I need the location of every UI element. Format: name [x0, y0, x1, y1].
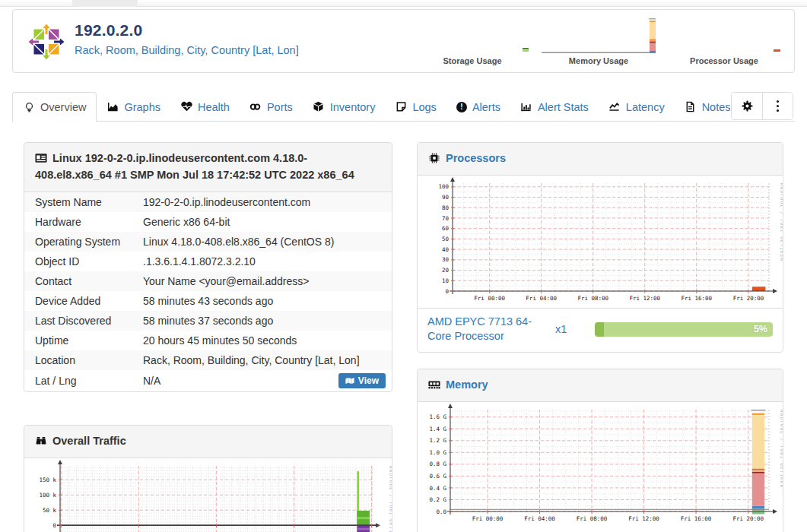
tab-inventory[interactable]: Inventory	[303, 92, 386, 122]
info-value: 192-0-2-0.ip.linodeusercontent.com	[143, 196, 392, 208]
device-settings-group	[731, 92, 793, 120]
svg-text:Fri 12:00: Fri 12:00	[629, 295, 660, 302]
file-icon	[685, 101, 697, 113]
svg-text:20: 20	[442, 267, 450, 274]
svg-text:90: 90	[442, 194, 450, 201]
info-row-hardware: HardwareGeneric x86 64-bit	[24, 212, 392, 232]
cpu-usage-percent: 5%	[754, 322, 767, 337]
tab-label: Graphs	[124, 101, 160, 113]
processors-graph[interactable]: 0102030405060708090100Fri 00:00Fri 04:00…	[418, 177, 783, 306]
processor-usage-minigraph[interactable]	[667, 18, 781, 55]
tab-latency[interactable]: Latency	[599, 92, 675, 122]
system-info-panel: Linux 192-0-2-0.ip.linodeusercontent.com…	[24, 142, 392, 392]
tab-label: Alert Stats	[538, 101, 589, 113]
line-chart-icon	[608, 101, 621, 113]
cpu-usage-bar: 5%	[595, 322, 773, 337]
device-more-menu-button[interactable]	[762, 93, 793, 119]
device-hostname[interactable]: 192.0.2.0	[75, 21, 142, 40]
lightbulb-icon	[23, 101, 35, 113]
info-row-location: LocationRack, Room, Building, City, Coun…	[24, 350, 392, 370]
tab-overview[interactable]: Overview	[12, 92, 97, 122]
binoculars-icon	[35, 435, 47, 446]
cube-icon	[313, 101, 325, 113]
view-location-button[interactable]: View	[338, 373, 386, 388]
svg-text:1.2 G: 1.2 G	[429, 437, 446, 444]
info-label: Contact	[24, 275, 143, 287]
device-settings-button[interactable]	[732, 93, 762, 119]
info-value: 58 minutes 37 seconds ago	[143, 315, 392, 327]
processors-chart-wrap: 0102030405060708090100Fri 00:00Fri 04:00…	[418, 176, 783, 308]
tab-alert-stats[interactable]: Alert Stats	[510, 92, 599, 122]
svg-text:1.6 G: 1.6 G	[429, 413, 446, 420]
device-location-link[interactable]: Rack, Room, Building, City, Country [Lat…	[75, 44, 299, 56]
svg-text:Fri 00:00: Fri 00:00	[474, 295, 505, 302]
svg-text:60: 60	[442, 225, 450, 232]
centos-logo-icon	[27, 23, 65, 61]
svg-text:40: 40	[442, 245, 450, 252]
overall-traffic-chart-wrap: 050 k100 k150 kRRDTOOL / TOBI OETIKER	[24, 458, 392, 532]
svg-text:100: 100	[438, 183, 449, 190]
cpu-name-link[interactable]: AMD EPYC 7713 64-Core Processor	[427, 315, 555, 344]
tab-graphs[interactable]: Graphs	[97, 92, 170, 122]
tab-logs[interactable]: Logs	[385, 92, 446, 122]
link-icon	[249, 101, 262, 113]
svg-text:0: 0	[445, 287, 449, 294]
overall-traffic-header: Overall Traffic	[24, 426, 392, 458]
svg-text:0.8 G: 0.8 G	[429, 461, 446, 467]
svg-text:70: 70	[442, 214, 450, 221]
overall-traffic-panel: Overall Traffic 050 k100 k150 kRRDTOOL /…	[24, 425, 392, 532]
storage-usage-minigraph[interactable]	[415, 18, 529, 55]
storage-usage-label: Storage Usage	[415, 56, 529, 65]
processors-title-link[interactable]: Processors	[446, 152, 506, 164]
tab-ports[interactable]: Ports	[240, 92, 303, 122]
overall-traffic-title: Overall Traffic	[52, 435, 126, 447]
info-row-operating-system: Operating SystemLinux 4.18.0-408.el8.x86…	[24, 232, 392, 252]
info-label: System Name	[24, 196, 143, 208]
tab-label: Ports	[267, 101, 293, 113]
svg-text:Fri 08:00: Fri 08:00	[577, 515, 608, 522]
svg-text:0.2 G: 0.2 G	[429, 496, 446, 503]
svg-text:30: 30	[442, 256, 450, 263]
memory-graph[interactable]: 0.00.2 G0.4 G0.6 G0.8 G1.0 G1.2 G1.4 G1.…	[418, 404, 783, 529]
system-info-table: System Name192-0-2-0.ip.linodeuserconten…	[24, 192, 392, 391]
map-icon	[345, 377, 354, 385]
tab-list: OverviewGraphsHealthPortsInventoryLogs!A…	[12, 91, 795, 122]
processor-usage-label: Processor Usage	[667, 56, 781, 65]
memory-usage-minigraph[interactable]	[542, 18, 656, 55]
svg-text:Fri 04:00: Fri 04:00	[524, 515, 555, 522]
svg-text:Fri 20:00: Fri 20:00	[732, 515, 764, 522]
heartbeat-icon	[180, 101, 192, 113]
overall-traffic-graph[interactable]: 050 k100 k150 kRRDTOOL / TOBI OETIKER	[24, 460, 392, 532]
info-label: Device Added	[24, 295, 143, 307]
memory-usage-label: Memory Usage	[542, 56, 656, 65]
exclamation-circle-icon: !	[456, 102, 467, 112]
info-value: Linux 4.18.0-408.el8.x86_64 (CentOS 8)	[143, 236, 392, 248]
cpu-row: AMD EPYC 7713 64-Core Processor x1 5%	[418, 308, 783, 352]
gear-icon	[741, 100, 753, 112]
svg-text:50 k: 50 k	[43, 507, 57, 514]
svg-text:Fri 00:00: Fri 00:00	[472, 515, 504, 522]
info-value: 20 hours 45 minutes 50 seconds	[143, 334, 392, 347]
svg-text:0.6 G: 0.6 G	[429, 473, 446, 480]
kebab-icon	[777, 100, 779, 112]
tab-alerts[interactable]: !Alerts	[446, 92, 510, 122]
info-value: N/A	[143, 375, 338, 387]
svg-text:RRDTOOL / TOBI OETIKER: RRDTOOL / TOBI OETIKER	[780, 183, 783, 261]
svg-text:1.4 G: 1.4 G	[429, 426, 446, 432]
tab-health[interactable]: Health	[170, 92, 240, 122]
tab-label: Notes	[702, 101, 731, 113]
info-label: Lat / Lng	[24, 375, 143, 387]
storage-usage-minigraph-block: Storage Usage	[415, 18, 529, 65]
cpu-count: x1	[555, 323, 595, 335]
system-info-header: Linux 192-0-2-0.ip.linodeusercontent.com…	[24, 143, 392, 192]
memory-icon	[428, 379, 440, 390]
view-button-label: View	[358, 375, 379, 386]
info-label: Object ID	[24, 255, 143, 268]
info-value: Generic x86 64-bit	[143, 216, 392, 228]
info-row-last-discovered: Last Discovered58 minutes 37 seconds ago	[24, 311, 392, 331]
info-row-system-name: System Name192-0-2-0.ip.linodeuserconten…	[24, 192, 392, 212]
svg-text:50: 50	[442, 236, 450, 242]
memory-title-link[interactable]: Memory	[446, 378, 488, 391]
svg-text:RRDTOOL / TOBI OETIKER: RRDTOOL / TOBI OETIKER	[389, 466, 392, 532]
processors-panel: Processors 0102030405060708090100Fri 00:…	[417, 142, 783, 353]
